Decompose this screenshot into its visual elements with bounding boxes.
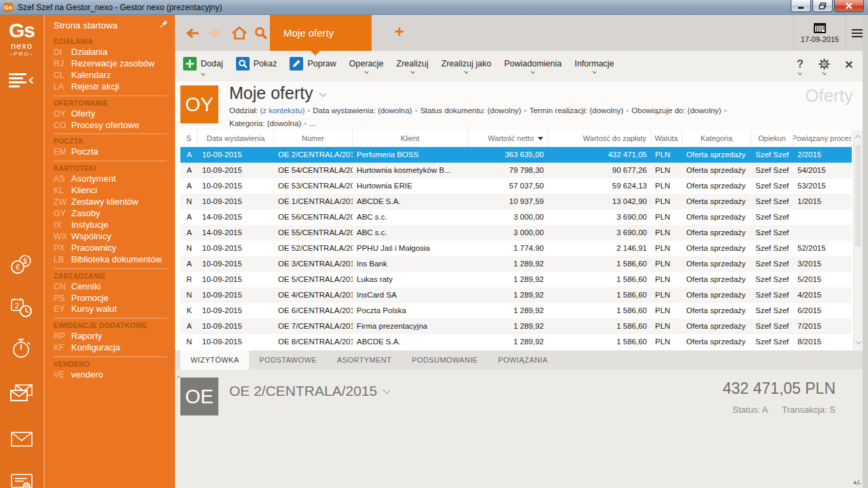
sidebar-item-em[interactable]: EMPoczta <box>54 146 175 158</box>
mail-stack-icon[interactable] <box>0 380 43 409</box>
forward-button[interactable] <box>205 15 225 51</box>
search-button[interactable] <box>251 15 271 51</box>
column-header-numer[interactable]: Numer <box>274 130 353 146</box>
sidebar-item-oy[interactable]: OYOferty <box>54 108 175 120</box>
stopwatch-icon[interactable] <box>0 333 43 363</box>
filter-value[interactable]: (dowolna) <box>378 106 412 115</box>
sidebar-item-cn[interactable]: CNCenniki <box>54 281 175 293</box>
document-title[interactable]: OE 2/CENTRALA/2015 <box>229 383 389 399</box>
table-row[interactable]: N10-09-2015OE 1/CENTRALA/2015ABCDE S.A.1… <box>180 194 852 209</box>
tab-moje-oferty[interactable]: Moje oferty <box>270 15 372 51</box>
sidebar-item-strona-startowa[interactable]: Strona startowa <box>54 20 175 31</box>
filter-item[interactable]: Data wystawienia: (dowolna) <box>313 106 412 115</box>
filter-item[interactable]: Kategoria: (dowolna) <box>229 119 301 127</box>
table-row[interactable]: A10-09-2015OE 3/CENTRALA/2015Ins Bank1 2… <box>180 256 852 272</box>
column-header-wartość-do-zapłaty[interactable]: Wartość do zapłaty <box>548 130 651 146</box>
table-row[interactable]: N10-09-2015OE 52/CENTRALA/2015PPHU Jaś i… <box>180 241 852 256</box>
filter-item[interactable]: Obowiązuje do: (dowolny) <box>631 106 721 115</box>
filter-value[interactable]: (dowolny) <box>688 106 722 115</box>
sidebar-item-rp[interactable]: RPRaporty <box>54 331 175 342</box>
filter-value[interactable]: (dowolna) <box>267 119 302 127</box>
certificate-icon[interactable] <box>0 468 43 488</box>
restore-button[interactable] <box>812 0 833 12</box>
filter-item[interactable]: Oddział: (z kontekstu) <box>229 106 304 115</box>
column-header-wartość-netto[interactable]: Wartość netto <box>468 130 548 146</box>
filter-more[interactable]: ... <box>309 119 316 127</box>
toolbar-button-popraw[interactable]: Popraw <box>290 57 336 75</box>
column-header-klient[interactable]: Klient <box>353 130 468 146</box>
home-button[interactable] <box>229 15 250 51</box>
sidebar-item-zw[interactable]: ZWZestawy klientów <box>54 197 175 208</box>
zoom-control[interactable]: +/- <box>853 479 861 487</box>
help-button[interactable]: ? <box>797 58 804 75</box>
filter-value[interactable]: (dowolny) <box>488 106 521 115</box>
table-row[interactable]: A10-09-2015OE 2/CENTRALA/2015Perfumeria … <box>180 147 852 163</box>
table-row[interactable]: N10-09-2015OE 4/CENTRALA/2015InsCard SA1… <box>180 287 852 303</box>
table-row[interactable]: A14-09-2015OE 56/CENTRALA/2015ABC s.c.3 … <box>180 209 852 225</box>
sidebar-item-wx[interactable]: WXWspólnicy <box>54 231 175 243</box>
table-row[interactable]: A14-09-2015OE 55/CENTRALA/2015ABC s.c.3 … <box>180 225 852 241</box>
scrollbar-thumb[interactable] <box>855 145 861 247</box>
sidebar-item-as[interactable]: ASAsortyment <box>54 174 175 185</box>
column-header-data-wystawienia[interactable]: Data wystawienia <box>198 130 274 146</box>
close-button[interactable] <box>834 0 864 12</box>
currency-coins-icon[interactable]: $ € <box>0 251 43 281</box>
filter-value[interactable]: (z kontekstu) <box>260 106 304 115</box>
scroll-up-icon[interactable] <box>855 135 861 141</box>
sidebar-item-rj[interactable]: RJRezerwacje zasobów <box>54 58 175 70</box>
sidebar-item-gy[interactable]: GYZasoby <box>54 208 175 220</box>
table-row[interactable]: R10-09-2015OE 5/CENTRALA/2015Lukas raty1… <box>180 272 852 287</box>
toolbar-button-powiadomienia[interactable]: Powiadomienia <box>504 59 561 73</box>
menu-lines-icon[interactable] <box>0 64 43 96</box>
page-title[interactable]: Moje oferty <box>229 83 326 103</box>
toolbar-button-pokaż[interactable]: Pokaż <box>236 57 277 75</box>
sidebar-item-cl[interactable]: CLKalendarz <box>54 70 175 81</box>
column-header-kategoria[interactable]: Kategoria <box>682 130 751 146</box>
table-scrollbar[interactable] <box>853 130 863 350</box>
sidebar-item-ix[interactable]: IXInstytucje <box>54 220 175 231</box>
sidebar-item-ve[interactable]: VEvendero <box>54 369 175 381</box>
column-header-waluta[interactable]: Waluta <box>651 130 682 146</box>
toolbar-button-operacje[interactable]: Operacje <box>349 59 384 73</box>
sidebar-item-co[interactable]: COProcesy ofertowe <box>54 120 175 131</box>
sidebar-item-kf[interactable]: KFKonfiguracja <box>54 342 175 354</box>
sidebar-item-lb[interactable]: LBBiblioteka dokumentów <box>54 254 175 266</box>
new-tab-button[interactable]: + <box>389 15 410 51</box>
filter-item[interactable]: Termin realizacji: (dowolny) <box>530 106 624 115</box>
sidebar-item-la[interactable]: LARejestr akcji <box>54 81 175 93</box>
column-header-powiązany-proces[interactable]: Powiązany proces <box>793 130 852 146</box>
table-row[interactable]: N10-09-2015OE 8/CENTRALA/2015ABCDE S.A.1… <box>180 334 852 350</box>
toolbar-button-informacje[interactable]: Informacje <box>574 59 614 73</box>
tab-podsumowanie[interactable]: PODSUMOWANIE <box>401 350 488 369</box>
settings-button[interactable] <box>818 58 830 75</box>
back-button[interactable] <box>182 15 202 51</box>
tab-asortyment[interactable]: ASORTYMENT <box>327 350 401 369</box>
column-header-s[interactable]: S <box>180 130 198 146</box>
table-row[interactable]: A10-09-2015OE 53/CENTRALA/2015Hurtownia … <box>180 178 852 194</box>
tab-wizytówka[interactable]: WIZYTÓWKA <box>180 350 249 369</box>
sidebar-item-ps[interactable]: PSPromocje <box>54 293 175 304</box>
sidebar-item-px[interactable]: PXPracownicy <box>54 243 175 254</box>
minimize-button[interactable] <box>791 0 811 12</box>
planner-clock-icon[interactable]: 2 <box>0 293 43 323</box>
table-row[interactable]: A10-09-2015OE 54/CENTRALA/2015Hurtownia … <box>180 163 852 178</box>
toolbar-button-dodaj[interactable]: Dodaj <box>183 57 223 75</box>
date-widget[interactable]: 17-09-2015 <box>793 15 846 51</box>
sidebar-item-ey[interactable]: EYKursy walut <box>54 304 175 315</box>
tab-podstawowe[interactable]: PODSTAWOWE <box>249 350 327 369</box>
toolbar-button-zrealizuj[interactable]: Zrealizuj <box>397 59 429 73</box>
filter-item[interactable]: Status dokumentu: (dowolny) <box>420 106 521 115</box>
scroll-down-icon[interactable] <box>855 338 861 344</box>
close-view-button[interactable]: × <box>845 58 853 75</box>
table-row[interactable]: K10-09-2015OE 6/CENTRALA/2015Poczta Pols… <box>180 303 852 319</box>
pin-icon[interactable] <box>159 20 168 31</box>
sidebar-item-di[interactable]: DIDziałania <box>54 47 175 58</box>
mail-icon[interactable] <box>0 424 43 454</box>
table-row[interactable]: A10-09-2015OE 7/CENTRALA/2015Firma preze… <box>180 319 852 334</box>
filter-value[interactable]: (dowolny) <box>589 106 623 115</box>
toolbar-button-zrealizuj-jako[interactable]: Zrealizuj jako <box>441 59 492 73</box>
sidebar-item-kl[interactable]: KLKlienci <box>54 185 175 197</box>
column-header-opiekun[interactable]: Opiekun <box>751 130 793 146</box>
nav-hamburger-icon[interactable] <box>850 26 864 40</box>
tab-powiązania[interactable]: POWIĄZANIA <box>488 350 558 369</box>
